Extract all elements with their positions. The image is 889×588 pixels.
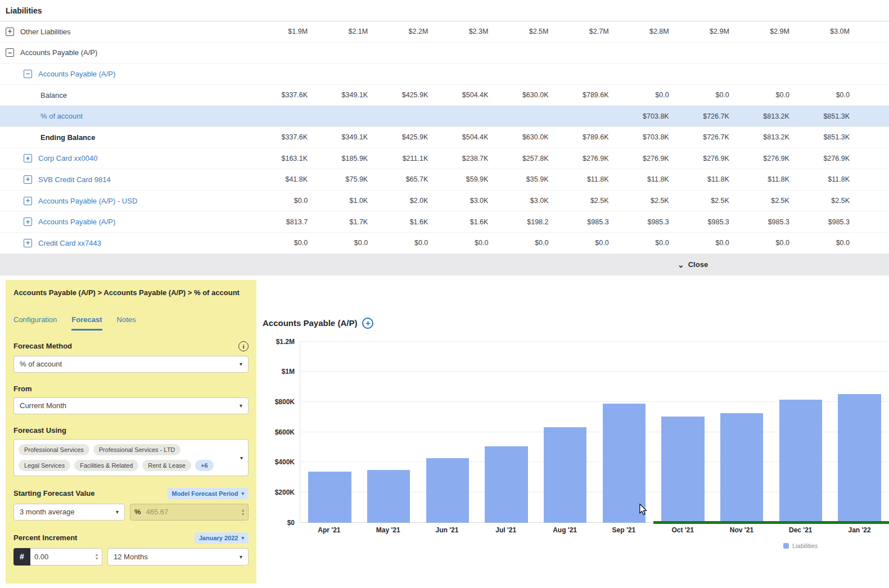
legend-item-liabilities[interactable]: Liabilities <box>783 542 818 549</box>
cell-value[interactable]: $2.5K <box>669 197 729 205</box>
tab-notes[interactable]: Notes <box>117 315 136 331</box>
cell-value[interactable]: $504.4K <box>428 91 488 99</box>
expand-icon[interactable]: + <box>24 197 32 205</box>
cell-value[interactable]: $985.3 <box>729 218 789 226</box>
cell-value[interactable]: $851.3K <box>789 133 850 141</box>
cell-value[interactable]: $2.5K <box>609 197 669 205</box>
cell-value[interactable]: $3.0M <box>789 28 850 35</box>
cell-value[interactable]: $425.9K <box>368 133 428 141</box>
cell-value[interactable]: $3.0K <box>428 197 488 205</box>
table-row[interactable]: +Other Liabilities$1.9M$2.1M$2.2M$2.3M$2… <box>0 21 889 43</box>
table-row[interactable]: Balance$337.6K$349.1K$425.9K$504.4K$630.… <box>0 85 889 106</box>
starting-value-input[interactable]: % 465.67 ▴ ▾ <box>130 504 249 521</box>
cell-value[interactable]: $2.3M <box>428 28 488 35</box>
table-row[interactable]: +Corp Card xx0040$163.1K$185.9K$211.1K$2… <box>0 148 889 170</box>
cell-value[interactable]: $59.9K <box>428 175 488 183</box>
chart-bar[interactable] <box>779 400 822 522</box>
table-row[interactable]: −Accounts Payable (A/P) <box>0 43 889 64</box>
cell-value[interactable]: $1.6K <box>368 218 428 226</box>
cell-value[interactable]: $75.9K <box>308 175 368 183</box>
collapse-icon[interactable]: − <box>6 48 14 57</box>
cell-value[interactable]: $276.9K <box>729 155 789 162</box>
chart-bar[interactable] <box>308 472 351 523</box>
cell-value[interactable]: $276.9K <box>548 155 608 162</box>
cell-value[interactable]: $211.1K <box>368 155 428 162</box>
cell-value[interactable]: $349.1K <box>308 133 368 141</box>
row-label[interactable]: Accounts Payable (A/P) - USD <box>38 197 137 205</box>
cell-value[interactable]: $630.0K <box>488 133 548 141</box>
cell-value[interactable]: $0.0 <box>247 197 308 205</box>
chart-bar[interactable] <box>720 413 763 523</box>
cell-value[interactable]: $1.7K <box>308 218 368 226</box>
cell-value[interactable]: $257.8K <box>488 155 548 162</box>
cell-value[interactable]: $726.7K <box>669 112 729 120</box>
expand-icon[interactable]: + <box>24 154 32 162</box>
cell-value[interactable]: $11.8K <box>609 175 669 183</box>
cell-value[interactable]: $703.8K <box>609 133 669 141</box>
cell-value[interactable]: $3.0K <box>488 197 548 205</box>
cell-value[interactable]: $276.9K <box>609 155 669 162</box>
cell-value[interactable]: $2.7M <box>548 28 608 35</box>
cell-value[interactable]: $2.5K <box>729 197 789 205</box>
chart-bar[interactable] <box>661 417 704 523</box>
plus-circle-icon[interactable]: + <box>362 318 373 329</box>
cell-value[interactable]: $985.3 <box>609 218 669 226</box>
chart-bar[interactable] <box>367 470 410 523</box>
row-label[interactable]: Credit Card xx7443 <box>38 239 101 247</box>
cell-value[interactable]: $0.0 <box>669 239 729 247</box>
cell-value[interactable]: $11.8K <box>729 175 789 183</box>
cell-value[interactable]: $2.5K <box>548 197 608 205</box>
cell-value[interactable]: $0.0 <box>247 239 308 247</box>
expand-icon[interactable]: + <box>24 218 32 226</box>
chart-bar[interactable] <box>838 394 881 522</box>
table-row[interactable]: +Credit Card xx7443$0.0$0.0$0.0$0.0$0.0$… <box>0 233 889 254</box>
cell-value[interactable]: $337.6K <box>247 133 308 141</box>
cell-value[interactable]: $2.5K <box>789 197 850 205</box>
cell-value[interactable]: $1.0K <box>308 197 368 205</box>
from-select[interactable]: Current Month ▾ <box>13 397 249 414</box>
starting-value-method-select[interactable]: 3 month average ▾ <box>13 504 125 521</box>
chart-bar[interactable] <box>544 427 586 522</box>
cell-value[interactable]: $2.2M <box>368 28 428 35</box>
expand-icon[interactable]: + <box>24 239 32 247</box>
cell-value[interactable]: $630.0K <box>488 91 548 99</box>
cell-value[interactable]: $35.9K <box>488 175 548 183</box>
table-row[interactable]: +Accounts Payable (A/P)$813.7$1.7K$1.6K$… <box>0 211 889 233</box>
cell-value[interactable]: $0.0 <box>308 239 368 247</box>
cell-value[interactable]: $41.8K <box>247 175 308 183</box>
account-chip[interactable]: Professional Services - LTD <box>93 444 181 455</box>
table-row[interactable]: % of account$703.8K$726.7K$813.2K$851.3K <box>0 106 889 127</box>
cell-value[interactable]: $2.5M <box>488 28 548 35</box>
expand-icon[interactable]: + <box>24 175 32 184</box>
cell-value[interactable]: $2.9M <box>669 28 729 35</box>
row-label[interactable]: Accounts Payable (A/P) <box>38 70 115 78</box>
cell-value[interactable]: $0.0 <box>488 239 548 247</box>
chart-bar[interactable] <box>603 404 646 523</box>
cell-value[interactable]: $813.2K <box>729 133 789 141</box>
cell-value[interactable]: $0.0 <box>428 239 488 247</box>
model-forecast-period-chip[interactable]: Model Forecast Period ▾ <box>167 488 249 499</box>
cell-value[interactable]: $985.3 <box>669 218 729 226</box>
cell-value[interactable]: $349.1K <box>308 91 368 99</box>
cell-value[interactable]: $2.9M <box>729 28 789 35</box>
cell-value[interactable]: $0.0 <box>609 91 669 99</box>
cell-value[interactable]: $276.9K <box>789 155 850 162</box>
account-chip[interactable]: Rent & Lease <box>142 460 191 471</box>
cell-value[interactable]: $0.0 <box>729 239 789 247</box>
increment-stepper[interactable]: ▴ ▾ <box>96 553 98 560</box>
cell-value[interactable]: $0.0 <box>729 91 789 99</box>
cell-value[interactable]: $0.0 <box>548 239 608 247</box>
table-row[interactable]: Ending Balance$337.6K$349.1K$425.9K$504.… <box>0 127 889 148</box>
cell-value[interactable]: $65.7K <box>368 175 428 183</box>
collapse-icon[interactable]: − <box>24 70 32 78</box>
cell-value[interactable]: $0.0 <box>789 91 850 99</box>
table-row[interactable]: +SVB Credit Card 9814$41.8K$75.9K$65.7K$… <box>0 169 889 191</box>
cell-value[interactable]: $0.0 <box>789 239 850 247</box>
cell-value[interactable]: $504.4K <box>428 133 488 141</box>
cell-value[interactable]: $337.6K <box>247 91 308 99</box>
cell-value[interactable]: $11.8K <box>548 175 608 183</box>
cell-value[interactable]: $11.8K <box>669 175 729 183</box>
expand-icon[interactable]: + <box>6 28 14 36</box>
row-label[interactable]: SVB Credit Card 9814 <box>38 175 111 184</box>
cell-value[interactable]: $0.0 <box>368 239 428 247</box>
